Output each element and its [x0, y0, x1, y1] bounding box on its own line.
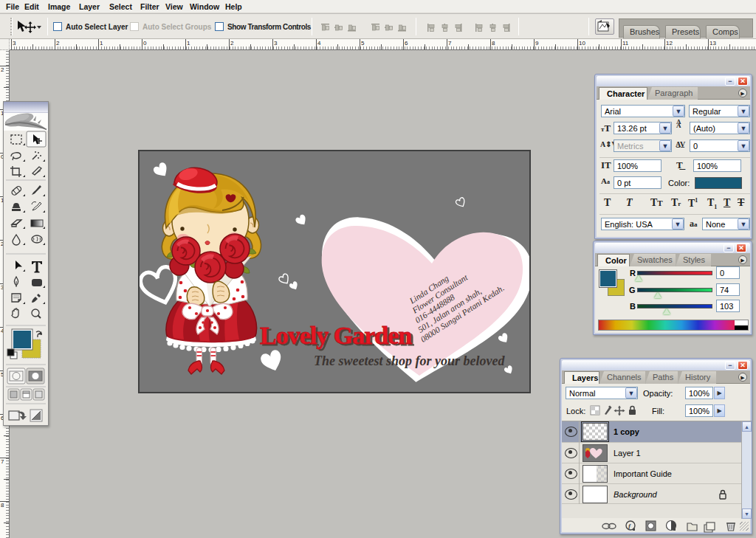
svg-text:f: f	[628, 523, 631, 530]
svg-text:Lovely Garden: Lovely Garden	[260, 322, 412, 349]
svg-text:The sweetest shop for your bel: The sweetest shop for your beloved	[314, 354, 505, 368]
